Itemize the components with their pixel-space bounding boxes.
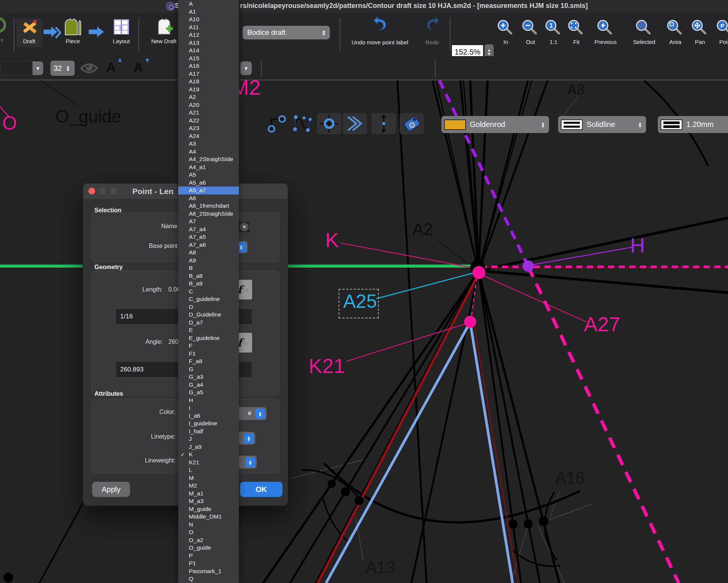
layout-mode-button[interactable]: Layout [109, 18, 133, 47]
point-list-item[interactable]: A4_a1 [178, 163, 239, 171]
linetype-toolbar-select[interactable]: Solidline ▲▼ [558, 116, 646, 133]
visibility-eye-icon[interactable] [80, 61, 98, 75]
tool-length-button[interactable] [372, 113, 396, 134]
point-list-item[interactable]: A14 [178, 47, 239, 55]
point-list-item[interactable]: L [178, 466, 239, 474]
point-list-item[interactable]: A20 [178, 101, 239, 109]
point-list-item[interactable]: K21 [178, 459, 239, 467]
lineweight-toolbar-select[interactable]: 1.20mm [658, 116, 728, 133]
point-list-item[interactable]: O [178, 528, 239, 536]
point-list-item[interactable]: A6_1frenchdart [178, 202, 239, 210]
tool-passmark-button[interactable] [343, 113, 367, 134]
point-list-item[interactable]: A22 [178, 117, 239, 125]
point-list-item[interactable]: A10 [178, 16, 239, 24]
point-hub[interactable] [472, 266, 485, 279]
point-list-item[interactable]: I_guideline [178, 420, 239, 428]
apply-button[interactable]: Apply [92, 482, 130, 497]
point-list-item[interactable]: A3 [178, 140, 239, 148]
point-list-item[interactable]: N [178, 521, 239, 529]
point-list-item[interactable]: M_a1 [178, 490, 239, 498]
label-font-increase-button[interactable]: A ▲ [105, 59, 125, 77]
point-list-item[interactable]: F [178, 342, 239, 350]
point-list-item[interactable]: I_a6 [178, 412, 239, 420]
point-list-item[interactable]: G [178, 365, 239, 373]
point-list-item[interactable]: O_a2 [178, 536, 239, 544]
point-list-item[interactable]: O_guide [178, 544, 239, 552]
point-list-item[interactable]: A7_a6 [178, 241, 239, 249]
point-list-item[interactable]: K✓ [178, 451, 239, 459]
zoom-previous-button[interactable]: Previous [590, 20, 621, 49]
tool-curve-button[interactable] [290, 113, 315, 134]
point-list-item[interactable]: B [178, 264, 239, 272]
point-list-item[interactable]: E_guideline [178, 334, 239, 342]
point-list-item[interactable]: P1 [178, 559, 239, 567]
point-list-item[interactable]: J_a9 [178, 443, 239, 451]
point-purple[interactable] [522, 260, 534, 272]
label-font-decrease-button[interactable]: A ▼ [133, 59, 152, 77]
point-list-item[interactable]: A6 [178, 194, 239, 202]
point-list-item[interactable]: A24 [178, 132, 239, 140]
point-list-item[interactable]: Passmark_1 [178, 567, 239, 575]
tool-label-settings-button[interactable]: ⚙ [400, 113, 424, 134]
line-color-select[interactable]: Goldenrod ▲▼ [441, 116, 549, 133]
point-list-item[interactable]: A4_2StraighSIde [178, 155, 239, 163]
point-list-item[interactable]: F1 [178, 350, 239, 358]
point-list-item[interactable]: A13 [178, 39, 239, 47]
zoom-poin-button[interactable]: P Poin [710, 20, 728, 49]
zoom-fit-button[interactable]: Fit [561, 20, 592, 49]
point-name-combo-chevron-icon[interactable]: ▼ [33, 61, 43, 75]
point-list-item[interactable]: A11 [178, 24, 239, 31]
point-list-item[interactable]: Q [178, 575, 239, 583]
point-label-K21[interactable]: K21 [309, 354, 345, 378]
point-list-item[interactable]: D_Guideline [178, 311, 239, 319]
font-size-stepper[interactable]: 32 ▲▼ [50, 61, 75, 76]
point-list-item[interactable]: A23 [178, 124, 239, 132]
point-list-item[interactable]: A5 [178, 171, 239, 179]
point-list-item[interactable]: M [178, 474, 239, 482]
hidden-combo-chevron-icon[interactable]: ▼ [240, 61, 252, 75]
point-list-item[interactable]: M_a3 [178, 497, 239, 505]
point-list-item[interactable]: A4 [178, 148, 239, 156]
point-list-item[interactable]: A6_2StraighSIde [178, 210, 239, 218]
point-list-item[interactable]: D_a7 [178, 319, 239, 327]
point-list-item[interactable]: P [178, 552, 239, 560]
point-label-A13[interactable]: A13 [366, 558, 395, 577]
point-list-item[interactable]: A7_a5 [178, 233, 239, 241]
point-list-item[interactable]: D [178, 303, 239, 311]
point-list-item[interactable]: A15 [178, 55, 239, 63]
tool-union-button[interactable] [265, 113, 289, 134]
point-list-item[interactable]: G_a4 [178, 381, 239, 389]
point-label-A16[interactable]: A16 [555, 469, 585, 487]
point-list-item[interactable]: B_a9 [178, 280, 239, 288]
point-list-item[interactable]: B_a8 [178, 272, 239, 280]
point-list-item[interactable]: A7 [178, 218, 239, 226]
point-label-A2[interactable]: A2 [413, 220, 433, 239]
point-list-item[interactable]: G_a5 [178, 389, 239, 397]
point-label-H[interactable]: H [630, 234, 645, 257]
point-list-item[interactable]: J [178, 435, 239, 443]
point-list-item[interactable]: Middle_DM1 [178, 513, 239, 521]
color-stepper-icon[interactable]: ▲▼ [255, 409, 265, 419]
draft-mode-button[interactable]: Draft [16, 18, 42, 47]
point-list-item[interactable]: F_a8 [178, 357, 239, 365]
point-list-item[interactable]: E [178, 326, 239, 334]
point-list-item[interactable]: M2 [178, 482, 239, 490]
clear-name-icon[interactable]: ✕ [240, 223, 249, 231]
point-list-item[interactable]: A9 [178, 257, 239, 265]
minimize-traffic-light[interactable] [99, 188, 106, 194]
point-name-combo[interactable] [0, 61, 33, 75]
titlebar[interactable]: S rs/nicolelapeyrouse/seamly2d/patterns/… [0, 0, 728, 13]
draft-block-select[interactable]: Bodice draft ▲▼ [243, 26, 330, 39]
close-traffic-light[interactable] [88, 188, 95, 194]
linetype-stepper-icon[interactable]: ▲▼ [244, 433, 254, 444]
point-list-item[interactable]: A5_a7 [178, 186, 239, 194]
point-label-K[interactable]: K [325, 228, 339, 252]
point-list-item[interactable]: M_guide [178, 505, 239, 513]
lineweight-stepper-icon[interactable]: ▲▼ [245, 457, 255, 467]
point-list-item[interactable]: A1 [178, 8, 239, 16]
tool-point-button[interactable] [317, 113, 341, 134]
point-label-O_guide[interactable]: O_guide [55, 106, 121, 127]
piece-mode-button[interactable]: Piece [61, 18, 85, 47]
point-list-item[interactable]: G_a3 [178, 373, 239, 381]
point-list-item[interactable]: A8 [178, 249, 239, 257]
